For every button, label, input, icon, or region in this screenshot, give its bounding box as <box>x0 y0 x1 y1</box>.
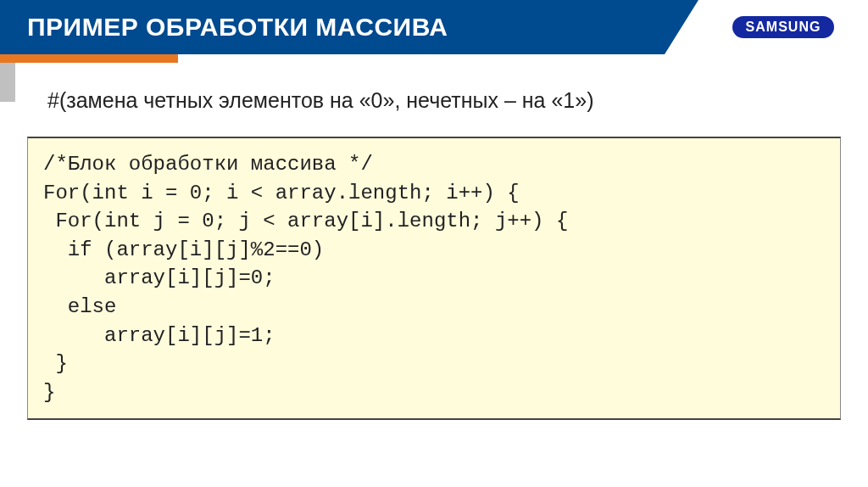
code-line: } <box>43 378 825 407</box>
code-block: /*Блок обработки массива */ For(int i = … <box>27 137 841 420</box>
orange-accent-bar <box>0 54 178 63</box>
code-line: /*Блок обработки массива */ <box>43 150 825 179</box>
slide-title: ПРИМЕР ОБРАБОТКИ МАССИВА <box>27 13 448 42</box>
brand-container: SAMSUNG <box>698 0 868 54</box>
slide-header: ПРИМЕР ОБРАБОТКИ МАССИВА SAMSUNG <box>0 0 868 54</box>
code-line: } <box>43 350 825 378</box>
code-line: else <box>43 293 825 322</box>
code-line: For(int i = 0; i < array.length; i++) { <box>43 179 825 208</box>
slide-subtitle: #(замена четных элементов на «0», нечетн… <box>47 88 834 113</box>
code-line: array[i][j]=0; <box>43 264 825 293</box>
brand-logo: SAMSUNG <box>732 16 835 38</box>
code-line: For(int j = 0; j < array[i].length; j++)… <box>43 207 825 236</box>
code-line: if (array[i][j]%2==0) <box>43 236 825 265</box>
code-line: array[i][j]=1; <box>43 322 825 350</box>
